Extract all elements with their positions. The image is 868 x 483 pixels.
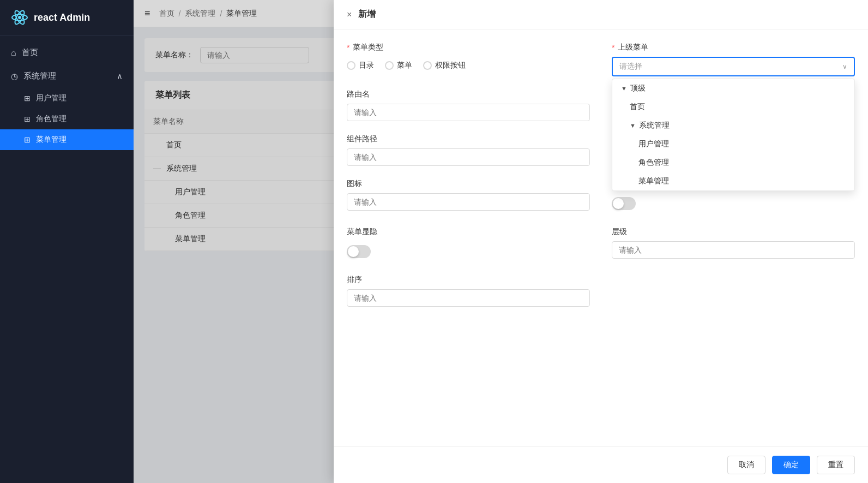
parent-menu-select[interactable]: 请选择 ∨: [612, 57, 855, 76]
form-col-menu-visible: 菜单显隐: [347, 227, 590, 262]
radio-circle-permission: [423, 61, 432, 70]
form-col-route-name: 路由名: [347, 90, 590, 121]
cache-toggle[interactable]: [612, 197, 636, 210]
component-path-input[interactable]: [347, 148, 590, 166]
dropdown-item-toplevel[interactable]: ▼ 顶级: [612, 79, 854, 98]
chevron-up-icon: ∧: [117, 71, 123, 81]
dropdown-item-menu-mgmt[interactable]: 菜单管理: [612, 172, 854, 190]
sidebar-nav: ⌂ 首页 ◷ 系统管理 ∧ ⊞ 用户管理 ⊞ 角色管理: [0, 35, 134, 483]
route-name-label: 路由名: [347, 90, 590, 99]
expand-tri-toplevel: ▼: [621, 85, 627, 92]
sidebar-item-user-mgmt[interactable]: ⊞ 用户管理: [0, 88, 134, 109]
logo-text: react Admin: [34, 12, 90, 23]
form-col-menu-type: * 菜单类型 目录 菜单 权: [347, 43, 590, 76]
radio-permission-btn[interactable]: 权限按钮: [423, 61, 466, 70]
sidebar-group-system-left: ◷ 系统管理: [11, 71, 56, 81]
drawer-footer: 取消 确定 重置: [334, 446, 868, 483]
component-path-label: 组件路径: [347, 134, 590, 144]
drawer-body: * 菜单类型 目录 菜单 权: [334, 29, 868, 446]
expand-tri-system: ▼: [630, 122, 636, 129]
sort-label: 排序: [347, 275, 590, 285]
sidebar-item-role-mgmt-label: 角色管理: [36, 114, 67, 124]
form-col-sort-placeholder: [612, 275, 855, 307]
menu-visible-toggle-wrap: [347, 241, 590, 262]
icon-label: 图标: [347, 179, 590, 189]
sidebar-group-system-label: 系统管理: [23, 71, 56, 81]
parent-menu-dropdown: ▼ 顶级 首页 ▼ 系统管理 用户管理: [612, 79, 855, 191]
drawer-header: × 新增: [334, 0, 868, 29]
form-col-parent-menu: * 上级菜单 请选择 ∨ ▼ 顶级: [612, 43, 855, 76]
radio-circle-menu: [385, 61, 394, 70]
sidebar-group-system-header[interactable]: ◷ 系统管理 ∧: [0, 64, 134, 88]
drawer-close-button[interactable]: ×: [347, 10, 352, 20]
sidebar-item-user-mgmt-label: 用户管理: [36, 93, 67, 103]
reset-button[interactable]: 重置: [817, 456, 855, 474]
user-mgmt-icon: ⊞: [24, 94, 31, 103]
form-row-6: 排序: [347, 275, 855, 307]
select-arrow-icon: ∨: [842, 63, 847, 70]
sidebar-group-system: ◷ 系统管理 ∧ ⊞ 用户管理 ⊞ 角色管理 ⊞ 菜单管理: [0, 64, 134, 150]
menu-visible-toggle-knob: [348, 246, 359, 257]
parent-menu-label: * 上级菜单: [612, 43, 855, 52]
home-icon: ⌂: [11, 48, 16, 58]
icon-input[interactable]: [347, 193, 590, 211]
drawer: × 新增 * 菜单类型 目录: [334, 0, 868, 483]
sort-input[interactable]: [347, 289, 590, 307]
form-row-5: 菜单显隐 层级: [347, 227, 855, 262]
system-icon: ◷: [11, 71, 18, 81]
role-mgmt-icon: ⊞: [24, 115, 31, 123]
required-star-2: *: [612, 43, 614, 52]
radio-directory[interactable]: 目录: [347, 61, 374, 70]
required-star-1: *: [347, 43, 349, 52]
form-col-icon: 图标: [347, 179, 590, 214]
sidebar-item-role-mgmt[interactable]: ⊞ 角色管理: [0, 109, 134, 129]
menu-visible-label: 菜单显隐: [347, 227, 590, 237]
form-row-1: * 菜单类型 目录 菜单 权: [347, 43, 855, 76]
svg-point-0: [18, 16, 21, 19]
dropdown-item-system[interactable]: ▼ 系统管理: [612, 116, 854, 135]
cache-toggle-knob: [613, 198, 624, 209]
sidebar-item-menu-mgmt-label: 菜单管理: [36, 135, 67, 145]
radio-circle-directory: [347, 61, 355, 70]
level-label: 层级: [612, 227, 855, 237]
menu-mgmt-icon: ⊞: [24, 135, 31, 144]
main-content: ≡ 首页 / 系统管理 / 菜单管理 菜单名称： 菜单列表 菜单名称: [134, 0, 868, 483]
sidebar: react Admin ⌂ 首页 ◷ 系统管理 ∧ ⊞ 用户管理 ⊞: [0, 0, 134, 483]
radio-menu[interactable]: 菜单: [385, 61, 412, 70]
sidebar-item-home-label: 首页: [22, 47, 38, 58]
sidebar-group-system-children: ⊞ 用户管理 ⊞ 角色管理 ⊞ 菜单管理: [0, 88, 134, 150]
dropdown-item-user-mgmt[interactable]: 用户管理: [612, 135, 854, 153]
form-col-sort: 排序: [347, 275, 590, 307]
sidebar-item-home[interactable]: ⌂ 首页: [0, 41, 134, 64]
form-col-component-path: 组件路径: [347, 134, 590, 166]
cancel-button[interactable]: 取消: [727, 456, 765, 474]
drawer-title: 新增: [358, 9, 376, 20]
form-col-level: 层级: [612, 227, 855, 262]
menu-visible-toggle[interactable]: [347, 245, 371, 258]
level-input[interactable]: [612, 241, 855, 259]
cache-toggle-wrap: [612, 193, 855, 214]
route-name-input[interactable]: [347, 104, 590, 121]
dropdown-item-role-mgmt[interactable]: 角色管理: [612, 153, 854, 172]
menu-type-label: * 菜单类型: [347, 43, 590, 52]
confirm-button[interactable]: 确定: [772, 456, 810, 474]
sidebar-logo: react Admin: [0, 0, 134, 35]
dropdown-item-home[interactable]: 首页: [612, 98, 854, 116]
parent-menu-select-wrapper: 请选择 ∨ ▼ 顶级 首页: [612, 57, 855, 76]
sidebar-item-menu-mgmt[interactable]: ⊞ 菜单管理: [0, 129, 134, 150]
react-logo-icon: [11, 9, 28, 26]
radio-group-menu-type: 目录 菜单 权限按钮: [347, 57, 590, 74]
parent-menu-placeholder: 请选择: [619, 62, 642, 71]
